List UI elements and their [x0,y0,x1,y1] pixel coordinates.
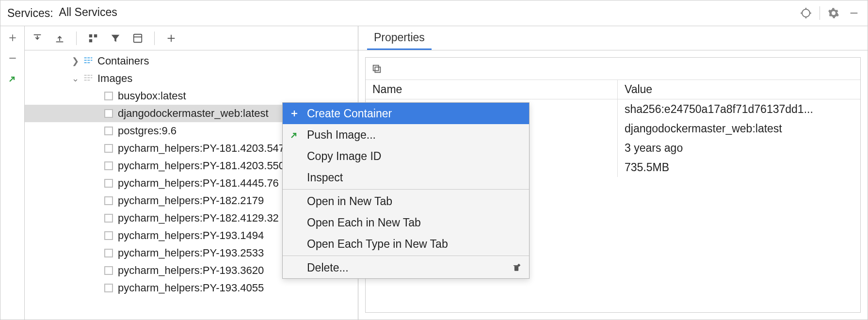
context-menu-label: Inspect [307,171,343,184]
target-icon[interactable] [799,6,813,20]
tree-node-label: djangodockermaster_web:latest [118,107,269,120]
tree-toolbar [25,26,358,50]
context-menu-label: Open Each Type in New Tab [307,238,448,251]
filter-icon[interactable] [109,32,122,45]
add-icon[interactable] [6,31,19,45]
svg-rect-29 [87,75,90,76]
svg-rect-15 [89,39,92,42]
image-item-icon [103,178,114,189]
image-context-menu[interactable]: Create ContainerPush Image...Copy Image … [282,102,530,279]
tree-node-containers[interactable]: ❯Containers [25,52,358,70]
svg-rect-20 [84,58,87,59]
svg-rect-36 [375,67,380,72]
image-item-icon [103,195,114,206]
add-icon [288,107,301,120]
image-item-icon [103,283,114,293]
gear-icon[interactable] [827,6,840,20]
menu-separator [283,189,529,190]
expand-all-icon[interactable] [31,32,44,45]
collapse-all-icon[interactable] [53,32,66,45]
tree-image-item[interactable]: pycharm_helpers:PY-193.4055 [25,279,358,297]
tree-node-label: pycharm_helpers:PY-193.2533 [118,247,264,259]
group-icon[interactable] [86,32,100,45]
tree-node-label: pycharm_helpers:PY-181.4445.76 [118,177,279,190]
tree-node-label: busybox:latest [118,90,186,102]
context-menu-item[interactable]: Push Image... [283,124,529,145]
delete-badge-icon [512,263,521,272]
svg-rect-23 [84,60,87,61]
properties-toolbar [366,58,860,80]
services-dropdown-label: All Services [59,6,117,19]
context-menu-item[interactable]: Open Each Type in New Tab [283,233,529,255]
header-bar: Services: All Services [0,0,868,26]
tree-node-label: pycharm_helpers:PY-181.4203.547 [118,142,285,155]
svg-rect-40 [514,266,518,271]
tree-node-label: postgres:9.6 [118,125,177,137]
svg-rect-30 [91,75,92,76]
svg-rect-14 [94,34,97,37]
tree-node-label: pycharm_helpers:PY-182.4129.32 [118,212,279,224]
tree-node-label: Images [97,72,132,85]
popout-icon[interactable] [6,72,19,85]
chevron-right-icon: ❯ [70,56,80,66]
svg-rect-31 [84,78,87,79]
tree-node-label: pycharm_helpers:PY-193.3620 [118,264,264,277]
svg-rect-32 [87,78,90,79]
svg-rect-33 [91,78,92,79]
svg-rect-34 [84,80,87,81]
svg-rect-24 [87,60,90,61]
remove-icon[interactable] [6,51,19,65]
property-value-cell: djangodockermaster_web:latest [618,119,860,138]
tree-node-images[interactable]: ⌄Images [25,70,358,87]
image-item-icon [103,160,114,171]
context-menu-label: Delete... [307,261,349,274]
properties-col-name: Name [366,80,617,99]
minimize-icon[interactable] [847,6,861,20]
layout-icon[interactable] [131,32,145,45]
separator [820,6,820,20]
containers-icon [83,56,94,66]
context-menu-label: Copy Image ID [307,150,381,163]
property-value-cell: 735.5MB [618,158,860,177]
context-menu-item[interactable]: Open in New Tab [283,191,529,212]
property-value-cell: 3 years ago [618,138,860,158]
property-value-cell: sha256:e24750a17a8f71d76137dd1... [618,99,860,119]
tree-node-label: pycharm_helpers:PY-193.4055 [118,282,264,294]
services-dropdown[interactable]: All Services [53,0,123,26]
properties-col-value: Value [618,80,860,99]
add-service-icon[interactable] [164,32,178,45]
image-item-icon [103,265,114,276]
image-item-icon [103,143,114,154]
tab-properties-label: Properties [374,31,425,44]
copy-icon[interactable] [371,64,382,74]
image-item-icon [103,230,114,241]
image-item-icon [103,126,114,136]
tree-node-label: pycharm_helpers:PY-181.4203.550 [118,160,285,172]
context-menu-item[interactable]: Create Container [283,103,529,124]
tree-node-label: pycharm_helpers:PY-182.2179 [118,194,264,207]
chevron-down-icon: ⌄ [70,73,80,84]
left-gutter [0,26,25,320]
menu-separator [283,256,529,256]
images-icon [83,73,94,84]
services-label: Services: [7,7,53,20]
image-item-icon [103,91,114,101]
svg-rect-16 [134,34,142,42]
svg-rect-37 [373,65,379,70]
tree-node-label: pycharm_helpers:PY-193.1494 [118,229,264,242]
context-menu-item[interactable]: Inspect [283,167,529,188]
context-menu-item[interactable]: Copy Image ID [283,145,529,167]
svg-rect-22 [91,58,92,59]
svg-rect-27 [87,63,90,64]
svg-rect-26 [84,63,87,64]
tab-properties[interactable]: Properties [367,26,432,50]
tree-node-label: Containers [97,55,149,67]
svg-rect-21 [87,58,90,59]
svg-rect-13 [89,34,92,37]
context-menu-item[interactable]: Delete... [283,257,529,278]
context-menu-item[interactable]: Open Each in New Tab [283,212,529,233]
image-item-icon [103,108,114,119]
context-menu-label: Create Container [307,107,392,120]
details-tabs: Properties [358,26,868,50]
svg-rect-25 [91,60,92,61]
